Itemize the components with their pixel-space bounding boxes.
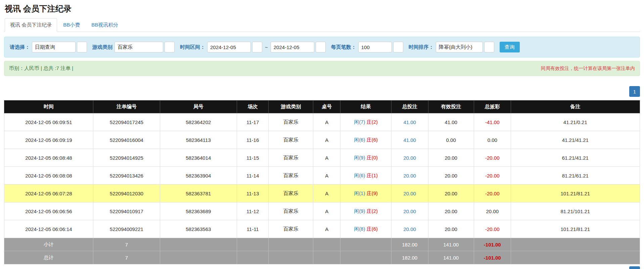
page-size-label: 每页笔数： bbox=[331, 44, 356, 50]
cell-round-id: 582363781 bbox=[160, 185, 237, 202]
page-1-button-bottom[interactable]: 1 bbox=[629, 266, 640, 269]
cell-session: 11-15 bbox=[237, 149, 269, 167]
subtotal-payout: -101.00 bbox=[474, 238, 511, 251]
cell-game-type: 百家乐 bbox=[269, 131, 313, 149]
cell-table-no: A bbox=[313, 220, 340, 238]
cell-session: 11-13 bbox=[237, 185, 269, 202]
tab-betting-records[interactable]: 视讯 会员下注纪录 bbox=[5, 18, 57, 32]
cell-valid-bet: 0.00 bbox=[428, 131, 474, 149]
table-row[interactable]: 2024-12-05 06:06:14522094009221582363563… bbox=[4, 220, 640, 238]
result-banker: 庄(2) bbox=[367, 208, 378, 214]
table-row[interactable]: 2024-12-05 06:09:19522094016004582364113… bbox=[4, 131, 640, 149]
cell-total-bet[interactable]: 20.00 bbox=[391, 149, 428, 167]
cell-note: 41.21/0.21 bbox=[511, 113, 640, 131]
cell-total-bet[interactable]: 20.00 bbox=[391, 202, 428, 220]
empty-cell bbox=[160, 251, 237, 264]
result-banker: 庄(0) bbox=[367, 155, 378, 160]
cell-time: 2024-12-05 06:07:28 bbox=[4, 185, 93, 202]
empty-cell bbox=[511, 238, 640, 251]
result-player: 闲(8) bbox=[354, 226, 365, 232]
cell-bet-id: 522094012030 bbox=[93, 185, 160, 202]
cell-note: 101.21/81.21 bbox=[511, 185, 640, 202]
table-row[interactable]: 2024-12-05 06:06:56522094010917582363689… bbox=[4, 202, 640, 220]
cell-valid-bet: 20.00 bbox=[428, 185, 474, 202]
cell-round-id: 582364014 bbox=[160, 149, 237, 167]
table-row[interactable]: 2024-12-05 06:09:51522094017245582364202… bbox=[4, 113, 640, 131]
result-banker: 庄(1) bbox=[367, 172, 378, 178]
cell-bet-id: 522094013426 bbox=[93, 167, 160, 185]
cell-total-bet[interactable]: 41.00 bbox=[391, 113, 428, 131]
game-type-input[interactable] bbox=[114, 42, 163, 52]
cell-valid-bet: 41.00 bbox=[428, 113, 474, 131]
cell-valid-bet: 20.00 bbox=[428, 149, 474, 167]
game-type-label: 游戏类别 bbox=[92, 44, 112, 50]
empty-cell bbox=[313, 251, 340, 264]
cell-time: 2024-12-05 06:08:08 bbox=[4, 167, 93, 185]
total-label: 总计 bbox=[4, 251, 93, 264]
cell-bet-id: 522094009221 bbox=[93, 220, 160, 238]
table-row[interactable]: 2024-12-05 06:08:08522094013426582363904… bbox=[4, 167, 640, 185]
table-row[interactable]: 2024-12-05 06:08:48522094014925582364014… bbox=[4, 149, 640, 167]
cell-total-bet[interactable]: 41.00 bbox=[391, 131, 428, 149]
cell-note: 81.21/61.21 bbox=[511, 167, 640, 185]
cell-total-bet[interactable]: 20.00 bbox=[391, 167, 428, 185]
page-title: 视讯 会员下注纪录 bbox=[4, 3, 640, 18]
page-1-button[interactable]: 1 bbox=[629, 86, 640, 97]
cell-bet-id: 522094014925 bbox=[93, 149, 160, 167]
cell-bet-id: 522094016004 bbox=[93, 131, 160, 149]
cell-note: 81.21/101.21 bbox=[511, 202, 640, 220]
col-header-bet-id: 注单编号 bbox=[93, 101, 160, 113]
result-player: 闲(6) bbox=[354, 172, 365, 178]
sort-input[interactable] bbox=[436, 42, 483, 52]
select-type-input[interactable] bbox=[32, 42, 76, 52]
date-to-input[interactable] bbox=[271, 42, 314, 52]
result-banker: 庄(2) bbox=[367, 119, 378, 125]
date-from-picker[interactable] bbox=[252, 42, 262, 52]
cell-table-no: A bbox=[313, 202, 340, 220]
table-row[interactable]: 2024-12-05 06:07:28522094012030582363781… bbox=[4, 185, 640, 202]
cell-game-type: 百家乐 bbox=[269, 202, 313, 220]
cell-session: 11-11 bbox=[237, 220, 269, 238]
empty-cell bbox=[237, 238, 269, 251]
cell-total-bet[interactable]: 20.00 bbox=[391, 185, 428, 202]
table-summary: 小计 7 182.00 141.00 -101.00 总计 7 bbox=[4, 238, 640, 264]
page: 视讯 会员下注纪录 视讯 会员下注纪录 BB小费 BB视讯积分 请选择： 游戏类… bbox=[0, 0, 644, 269]
cell-payout: -41.00 bbox=[474, 113, 511, 131]
cell-time: 2024-12-05 06:08:48 bbox=[4, 149, 93, 167]
cell-total-bet[interactable]: 20.00 bbox=[391, 220, 428, 238]
result-player: 闲(6) bbox=[354, 137, 365, 143]
col-header-session: 场次 bbox=[237, 101, 269, 113]
col-header-round-id: 局号 bbox=[160, 101, 237, 113]
col-header-time: 时间 bbox=[4, 101, 93, 113]
select-type-label: 请选择： bbox=[10, 44, 30, 50]
result-player: 闲(7) bbox=[354, 119, 365, 125]
game-type-dropdown[interactable] bbox=[165, 42, 175, 52]
tab-bb-video-points[interactable]: BB视讯积分 bbox=[86, 18, 124, 32]
page-size-dropdown[interactable] bbox=[393, 42, 403, 52]
pagination-top: 1 bbox=[4, 86, 640, 97]
date-from-input[interactable] bbox=[207, 42, 251, 52]
sort-dropdown[interactable] bbox=[484, 42, 494, 52]
cell-valid-bet: 20.00 bbox=[428, 202, 474, 220]
cell-session: 11-14 bbox=[237, 167, 269, 185]
cell-table-no: A bbox=[313, 131, 340, 149]
result-player: 闲(9) bbox=[354, 208, 365, 214]
cell-game-type: 百家乐 bbox=[269, 149, 313, 167]
cell-round-id: 582363689 bbox=[160, 202, 237, 220]
cell-result: 闲(6) 庄(1) bbox=[340, 167, 391, 185]
query-button[interactable]: 查询 bbox=[500, 42, 520, 52]
info-bar: 币别：人民币 | 总共 :7 注单 | 同局有效投注，统一计算在该局第一张注单内 bbox=[4, 61, 640, 76]
cell-table-no: A bbox=[313, 185, 340, 202]
date-to-picker[interactable] bbox=[316, 42, 326, 52]
empty-cell bbox=[269, 238, 313, 251]
tab-bb-tips[interactable]: BB小费 bbox=[58, 18, 85, 32]
empty-cell bbox=[313, 238, 340, 251]
date-separator: ~ bbox=[265, 44, 268, 50]
empty-cell bbox=[511, 251, 640, 264]
cell-game-type: 百家乐 bbox=[269, 185, 313, 202]
page-size-input[interactable] bbox=[358, 42, 392, 52]
select-type-dropdown[interactable] bbox=[77, 42, 87, 52]
table-header-row: 时间 注单编号 局号 场次 游戏类别 桌号 结果 总投注 有效投注 总派彩 备注 bbox=[4, 101, 640, 113]
filter-panel: 请选择： 游戏类别 时间区间： ~ 每页笔数： 时间排序： 查询 bbox=[4, 37, 640, 57]
subtotal-label: 小计 bbox=[4, 238, 93, 251]
